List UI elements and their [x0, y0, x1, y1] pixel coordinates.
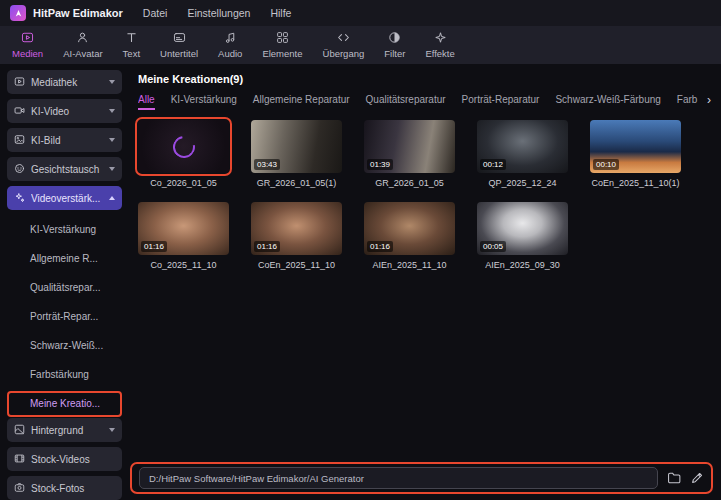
titlebar: HitPaw Edimakor Datei Einstellungen Hilf…	[0, 0, 721, 26]
media-thumbnail: 00:12	[477, 120, 568, 173]
face-swap-icon	[14, 163, 25, 176]
sidebar-subitem-allgemeine-reparatur[interactable]: Allgemeine R...	[7, 244, 122, 273]
sidebar-item-mediathek[interactable]: Mediathek	[7, 70, 122, 94]
tab-medien[interactable]: Medien	[12, 31, 43, 59]
media-thumbnail: 01:16	[364, 202, 455, 255]
tab-untertitel[interactable]: Untertitel	[160, 31, 198, 59]
output-path-input[interactable]	[139, 467, 658, 489]
duration-badge: 01:16	[254, 241, 280, 252]
duration-badge: 00:05	[480, 241, 506, 252]
filter-tabs: Alle KI-Verstärkung Allgemeine Reparatur…	[138, 94, 713, 110]
media-library-icon	[14, 76, 25, 89]
sparkle-icon	[434, 31, 447, 46]
sidebar-item-ki-video[interactable]: KI-Video	[7, 99, 122, 123]
filter-tab-portraet-reparatur[interactable]: Porträt-Reparatur	[462, 94, 540, 108]
folder-icon[interactable]	[667, 471, 681, 485]
media-item-name: Co_2025_11_10	[138, 260, 229, 270]
toolbar: Medien AI-Avatar Text Untertitel Audio E…	[0, 26, 721, 64]
media-item[interactable]: 03:43 GR_2026_01_05(1)	[251, 120, 342, 188]
media-item[interactable]: Co_2026_01_05	[138, 120, 229, 188]
tab-text[interactable]: Text	[123, 31, 140, 59]
music-note-icon	[224, 31, 237, 46]
sidebar-subitem-portraet-reparatur[interactable]: Porträt-Repar...	[7, 302, 122, 331]
tab-ai-avatar[interactable]: AI-Avatar	[63, 31, 102, 59]
duration-badge: 00:12	[480, 159, 506, 170]
media-item[interactable]: 01:39 GR_2026_01_05	[364, 120, 455, 188]
filter-scroll-right-icon[interactable]: ›	[707, 94, 711, 107]
media-thumbnail-processing	[138, 120, 229, 173]
media-icon	[21, 31, 34, 46]
media-thumbnail: 01:16	[138, 202, 229, 255]
menu-einstellungen[interactable]: Einstellungen	[187, 7, 250, 19]
media-item[interactable]: 00:10 CoEn_2025_11_10(1)	[590, 120, 681, 188]
sidebar-item-videoverstaerkung[interactable]: Videoverstärk...	[7, 186, 122, 210]
filter-tab-ki-verstaerkung[interactable]: KI-Verstärkung	[171, 94, 237, 108]
filter-tab-allgemeine-reparatur[interactable]: Allgemeine Reparatur	[253, 94, 350, 108]
media-grid: Co_2026_01_05 03:43 GR_2026_01_05(1) 01:…	[138, 120, 681, 270]
media-item[interactable]: 00:05 AIEn_2025_09_30	[477, 202, 568, 270]
tab-uebergang[interactable]: Übergang	[323, 31, 365, 59]
app-window: HitPaw Edimakor Datei Einstellungen Hilf…	[0, 0, 721, 500]
sidebar-item-gesichtstausch[interactable]: Gesichtstausch	[7, 157, 122, 181]
duration-badge: 00:10	[593, 159, 619, 170]
ai-video-icon	[14, 105, 25, 118]
duration-badge: 03:43	[254, 159, 280, 170]
sidebar-subitem-farbstaerkung[interactable]: Farbstärkung	[7, 360, 122, 389]
sidebar-item-ki-bild[interactable]: KI-Bild	[7, 128, 122, 152]
text-icon	[125, 31, 138, 46]
elements-grid-icon	[276, 31, 289, 46]
tab-elemente[interactable]: Elemente	[262, 31, 302, 59]
output-path-bar	[130, 462, 713, 494]
media-thumbnail: 00:10	[590, 120, 681, 173]
media-item[interactable]: 01:16 CoEn_2025_11_10	[251, 202, 342, 270]
film-strip-icon	[14, 453, 25, 466]
sidebar-item-stock-videos[interactable]: Stock-Videos	[7, 447, 122, 471]
transition-icon	[337, 31, 350, 46]
tab-audio[interactable]: Audio	[218, 31, 242, 59]
filter-icon	[388, 31, 401, 46]
avatar-icon	[76, 31, 89, 46]
filter-tab-alle[interactable]: Alle	[138, 94, 155, 110]
media-item-name: AIEn_2025_09_30	[477, 260, 568, 270]
duration-badge: 01:16	[367, 241, 393, 252]
menu-hilfe[interactable]: Hilfe	[270, 7, 291, 19]
media-item-name: GR_2026_01_05(1)	[251, 178, 342, 188]
menu-datei[interactable]: Datei	[143, 7, 168, 19]
sidebar: Mediathek KI-Video KI-Bild Gesichtstausc…	[0, 64, 128, 500]
content-area: Mediathek KI-Video KI-Bild Gesichtstausc…	[0, 64, 721, 500]
media-item[interactable]: 01:16 Co_2025_11_10	[138, 202, 229, 270]
tab-effekte[interactable]: Effekte	[425, 31, 454, 59]
chevron-down-icon	[109, 138, 115, 142]
sidebar-item-stock-fotos[interactable]: Stock-Fotos	[7, 476, 122, 500]
media-thumbnail: 03:43	[251, 120, 342, 173]
sidebar-subitem-ki-verstaerkung[interactable]: KI-Verstärkung	[7, 215, 122, 244]
main-panel: Meine Kreationen(9) Alle KI-Verstärkung …	[128, 64, 721, 500]
tab-filter[interactable]: Filter	[384, 31, 405, 59]
video-enhance-icon	[14, 192, 25, 205]
media-item-name: CoEn_2025_11_10(1)	[590, 178, 681, 188]
edit-pen-icon[interactable]	[690, 471, 704, 485]
media-item-name: AIEn_2025_11_10	[364, 260, 455, 270]
chevron-down-icon	[109, 167, 115, 171]
chevron-up-icon	[109, 196, 115, 200]
filter-tab-farb[interactable]: Farb	[677, 94, 698, 108]
page-title: Meine Kreationen(9)	[138, 73, 713, 85]
sidebar-item-hintergrund[interactable]: Hintergrund	[7, 418, 122, 442]
media-item[interactable]: 01:16 AIEn_2025_11_10	[364, 202, 455, 270]
chevron-down-icon	[109, 109, 115, 113]
duration-badge: 01:39	[367, 159, 393, 170]
photo-camera-icon	[14, 482, 25, 495]
media-item[interactable]: 00:12 QP_2025_12_24	[477, 120, 568, 188]
media-item-name: CoEn_2025_11_10	[251, 260, 342, 270]
filter-tab-qualitaetsreparatur[interactable]: Qualitätsreparatur	[366, 94, 446, 108]
media-item-name: GR_2026_01_05	[364, 178, 455, 188]
duration-badge: 01:16	[141, 241, 167, 252]
filter-tab-schwarz-weiss-faerbung[interactable]: Schwarz-Weiß-Färbung	[555, 94, 660, 108]
media-item-name: Co_2026_01_05	[138, 178, 229, 188]
sidebar-subitem-qualitaetsreparatur[interactable]: Qualitätsrepar...	[7, 273, 122, 302]
app-logo-icon	[10, 5, 26, 21]
media-thumbnail: 01:16	[251, 202, 342, 255]
chevron-down-icon	[109, 428, 115, 432]
sidebar-subitem-meine-kreationen[interactable]: Meine Kreatio...	[7, 391, 122, 417]
sidebar-subitem-schwarz-weiss[interactable]: Schwarz-Weiß...	[7, 331, 122, 360]
